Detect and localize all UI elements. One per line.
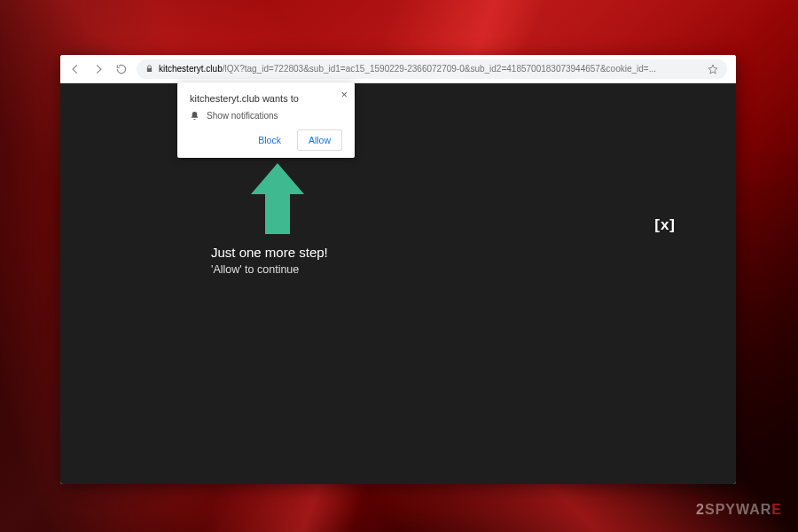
reload-icon — [115, 63, 128, 75]
allow-button[interactable]: Allow — [297, 129, 342, 151]
address-bar[interactable]: kitchesteryt.club/lQX?tag_id=722803&sub_… — [137, 59, 727, 79]
watermark-mid: SPYWAR — [705, 502, 771, 517]
popup-permission-label: Show notifications — [207, 111, 278, 121]
page-close-button[interactable]: [x] — [654, 216, 676, 234]
prompt-title: Just one more step! — [211, 245, 328, 260]
bell-icon — [190, 111, 200, 121]
popup-permission-row: Show notifications — [190, 111, 342, 121]
arrow-up-icon — [251, 163, 304, 234]
back-button[interactable] — [69, 63, 82, 75]
prompt-subtitle: 'Allow' to continue — [211, 263, 328, 276]
arrow-up-graphic — [251, 163, 304, 234]
watermark: 2SPYWARE — [696, 502, 782, 518]
watermark-prefix: 2 — [696, 502, 705, 517]
page-content: × kitchesteryt.club wants to Show notifi… — [60, 83, 736, 484]
reload-button[interactable] — [115, 63, 128, 75]
arrow-right-icon — [92, 63, 105, 75]
popup-title: kitchesteryt.club wants to — [190, 93, 342, 104]
nav-controls — [69, 63, 128, 75]
url-text: kitchesteryt.club/lQX?tag_id=722803&sub_… — [159, 64, 702, 74]
popup-close-button[interactable]: × — [340, 88, 348, 101]
url-domain: kitchesteryt.club — [159, 64, 223, 74]
notification-permission-popup: × kitchesteryt.club wants to Show notifi… — [177, 82, 355, 158]
browser-toolbar: kitchesteryt.club/lQX?tag_id=722803&sub_… — [60, 55, 736, 83]
forward-button[interactable] — [92, 63, 105, 75]
lock-icon — [145, 64, 153, 74]
url-path: /lQX?tag_id=722803&sub_id1=ac15_1590229-… — [223, 64, 656, 74]
block-button[interactable]: Block — [247, 129, 292, 151]
bookmark-star-icon[interactable] — [708, 64, 718, 74]
arrow-left-icon — [69, 63, 82, 75]
popup-buttons: Block Allow — [190, 129, 342, 151]
prompt-text: Just one more step! 'Allow' to continue — [211, 245, 328, 276]
watermark-suffix: E — [771, 502, 782, 517]
browser-window: kitchesteryt.club/lQX?tag_id=722803&sub_… — [60, 55, 736, 484]
